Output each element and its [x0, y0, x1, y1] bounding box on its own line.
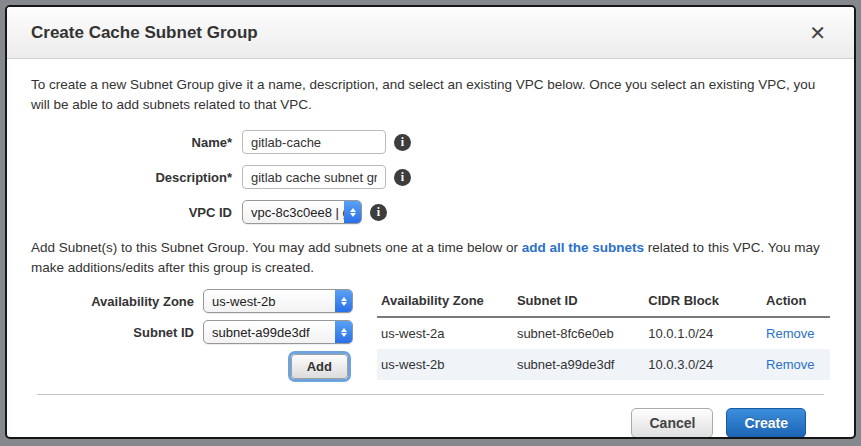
vpc-info-icon[interactable]: i — [370, 204, 387, 221]
subnet-id-select-value: subnet-a99de3df — [204, 321, 335, 343]
cell-availability-zone: us-west-2a — [377, 317, 513, 349]
name-row: Name* i — [31, 130, 830, 154]
select-stepper-icon — [335, 321, 352, 343]
description-input[interactable] — [242, 165, 386, 189]
vpc-row: VPC ID vpc-8c3c0ee8 | gitlab i — [31, 200, 830, 224]
add-button-row: Add — [31, 354, 353, 379]
name-label: Name* — [31, 135, 242, 150]
header-subnet-id: Subnet ID — [513, 289, 644, 317]
add-button[interactable]: Add — [291, 354, 348, 379]
select-stepper-icon — [335, 290, 352, 312]
cell-cidr-block: 10.0.3.0/24 — [644, 349, 762, 380]
dialog-header: Create Cache Subnet Group ✕ — [7, 7, 854, 59]
header-cidr-block: CIDR Block — [644, 289, 762, 317]
cell-cidr-block: 10.0.1.0/24 — [644, 317, 762, 349]
remove-link[interactable]: Remove — [766, 357, 814, 372]
intro-text: To create a new Subnet Group give it a n… — [31, 75, 830, 114]
subnet-picker-form: Availability Zone us-west-2b Subnet ID s… — [31, 289, 353, 379]
table-row: us-west-2b subnet-a99de3df 10.0.3.0/24 R… — [377, 349, 830, 380]
description-row: Description* i — [31, 165, 830, 189]
cancel-button[interactable]: Cancel — [631, 408, 713, 438]
add-all-subnets-link[interactable]: add all the subnets — [522, 240, 644, 255]
add-subnet-instructions: Add Subnet(s) to this Subnet Group. You … — [31, 238, 830, 277]
availability-zone-row: Availability Zone us-west-2b — [31, 289, 353, 313]
vpc-select-value: vpc-8c3c0ee8 | gitlab — [243, 201, 344, 223]
subnet-id-label: Subnet ID — [31, 325, 203, 340]
vpc-label: VPC ID — [31, 205, 242, 220]
subnet-picker-section: Availability Zone us-west-2b Subnet ID s… — [31, 289, 830, 380]
select-stepper-icon — [344, 201, 361, 223]
header-action: Action — [762, 289, 830, 317]
cell-subnet-id: subnet-8fc6e0eb — [513, 317, 644, 349]
create-button[interactable]: Create — [726, 408, 806, 438]
instructions-before-link: Add Subnet(s) to this Subnet Group. You … — [31, 240, 522, 255]
availability-zone-select-value: us-west-2b — [204, 290, 335, 312]
name-info-icon[interactable]: i — [394, 134, 411, 151]
cell-availability-zone: us-west-2b — [377, 349, 513, 380]
description-label: Description* — [31, 170, 242, 185]
dialog-title: Create Cache Subnet Group — [31, 23, 805, 43]
table-header-row: Availability Zone Subnet ID CIDR Block A… — [377, 289, 830, 317]
remove-link[interactable]: Remove — [766, 326, 814, 341]
header-availability-zone: Availability Zone — [377, 289, 513, 317]
subnet-id-row: Subnet ID subnet-a99de3df — [31, 320, 353, 344]
dialog-body: To create a new Subnet Group give it a n… — [7, 59, 854, 438]
table-row: us-west-2a subnet-8fc6e0eb 10.0.1.0/24 R… — [377, 317, 830, 349]
subnets-table: Availability Zone Subnet ID CIDR Block A… — [377, 289, 830, 380]
description-info-icon[interactable]: i — [394, 169, 411, 186]
availability-zone-label: Availability Zone — [31, 294, 203, 309]
create-cache-subnet-group-dialog: Create Cache Subnet Group ✕ To create a … — [5, 5, 856, 439]
vpc-select[interactable]: vpc-8c3c0ee8 | gitlab — [242, 200, 362, 224]
dialog-footer: Cancel Create — [31, 395, 830, 438]
subnet-id-select[interactable]: subnet-a99de3df — [203, 320, 353, 344]
close-icon[interactable]: ✕ — [805, 21, 830, 45]
cell-subnet-id: subnet-a99de3df — [513, 349, 644, 380]
availability-zone-select[interactable]: us-west-2b — [203, 289, 353, 313]
name-input[interactable] — [242, 130, 386, 154]
